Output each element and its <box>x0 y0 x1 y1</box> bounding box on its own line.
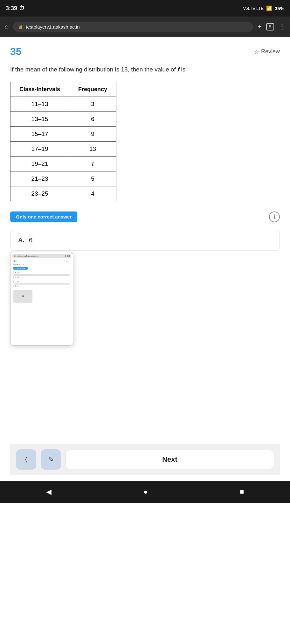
next-button[interactable]: Next <box>66 450 274 469</box>
frequency-5: f <box>69 156 116 171</box>
back-nav-button[interactable]: ◀ <box>37 485 60 499</box>
url-bar[interactable]: 🔒 testplayerv1.aakash.ac.in <box>13 22 253 32</box>
popup-lock-icon: 🔒 <box>14 255 16 257</box>
option-a[interactable]: A. 6 <box>10 230 280 251</box>
screenshot-popup: 🔒 testplayerv1.aakash.ac.in ⊕ i 34 ☆ rev… <box>10 252 73 345</box>
status-icon: ⏱ <box>19 5 25 12</box>
popup-tab-count: i <box>67 255 70 257</box>
frequency-1: 3 <box>69 97 116 111</box>
class-interval-1: 11–13 <box>10 97 69 111</box>
home-nav-button[interactable]: ● <box>135 485 156 499</box>
question-text-before: If the mean of the following distributio… <box>10 66 177 73</box>
table-row: 15–17 9 <box>10 126 116 141</box>
frequency-2: 6 <box>69 111 116 126</box>
frequency-table: Class-Intervals Frequency 11–13 3 13–15 … <box>10 82 116 201</box>
lte-icon: 📶 <box>266 5 272 11</box>
menu-button[interactable]: ⋮ <box>279 23 286 31</box>
popup-tab: ⊕ <box>65 255 66 257</box>
edit-button[interactable]: ✎ <box>41 449 61 470</box>
popup-opt-2: B. √3 <box>13 275 70 279</box>
frequency-6: 5 <box>69 171 116 186</box>
class-interval-2: 13–15 <box>10 111 69 126</box>
table-row: 19–21 f <box>10 156 116 171</box>
class-interval-4: 17–19 <box>10 141 69 156</box>
popup-browser-bar: 🔒 testplayerv1.aakash.ac.in ⊕ i <box>12 254 71 258</box>
frequency-7: 4 <box>69 186 116 201</box>
table-header-freq: Frequency <box>69 82 116 97</box>
question-text: If the mean of the following distributio… <box>10 65 280 74</box>
home-button[interactable]: ⌂ <box>4 23 9 31</box>
option-a-label: A. <box>18 237 24 244</box>
recents-nav-button[interactable]: ■ <box>231 485 253 499</box>
review-button[interactable]: ☆ Review <box>254 48 280 55</box>
battery-display: 35% <box>275 6 284 11</box>
frequency-3: 9 <box>69 126 116 141</box>
bottom-area: 🔒 testplayerv1.aakash.ac.in ⊕ i 34 ☆ rev… <box>10 252 280 475</box>
time-display: 3:39 <box>6 5 17 12</box>
table-row: 23–25 4 <box>10 186 116 201</box>
question-header: 35 ☆ Review <box>10 46 280 57</box>
tab-count[interactable]: 5 <box>266 23 274 30</box>
share-button[interactable]: 〈 <box>16 449 36 470</box>
popup-opt-4: D. 1 <box>13 284 70 288</box>
browser-bar: ⌂ 🔒 testplayerv1.aakash.ac.in + 5 ⋮ <box>0 17 290 37</box>
popup-nested-label: 📱 <box>22 295 24 297</box>
popup-nested-screenshot: 📱 <box>13 290 32 303</box>
popup-q-num: 34 <box>13 260 17 263</box>
table-row: 17–19 13 <box>10 141 116 156</box>
popup-q-text: Value of ... is <box>13 264 70 266</box>
status-bar: 3:39 ⏱ VoLTE LTE 📶 35% <box>0 0 290 17</box>
popup-review-mini: ☆ rev... <box>64 260 70 262</box>
answer-type-row: Only one correct answer ℹ <box>10 211 280 222</box>
class-interval-5: 19–21 <box>10 156 69 171</box>
frequency-4: 13 <box>69 141 116 156</box>
table-header-class: Class-Intervals <box>10 82 69 97</box>
signal-display: VoLTE LTE <box>243 6 264 11</box>
nav-bar: ◀ ● ■ <box>0 481 290 503</box>
question-text-after: is <box>179 66 185 73</box>
popup-content: 34 ☆ rev... Value of ... is Only one cor… <box>12 259 71 304</box>
option-a-value: 6 <box>29 237 32 244</box>
class-interval-6: 21–23 <box>10 171 69 186</box>
question-number: 35 <box>10 46 22 57</box>
table-row: 21–23 5 <box>10 171 116 186</box>
review-label: Review <box>261 48 280 55</box>
main-content: 35 ☆ Review If the mean of the following… <box>0 37 290 481</box>
answer-type-badge: Only one correct answer <box>10 211 77 222</box>
url-text: testplayerv1.aakash.ac.in <box>26 24 79 30</box>
info-icon[interactable]: ℹ <box>269 211 280 222</box>
class-interval-3: 15–17 <box>10 126 69 141</box>
popup-opt-3: C. ½ <box>13 280 70 284</box>
status-bar-right: VoLTE LTE 📶 35% <box>243 5 284 11</box>
table-row: 13–15 6 <box>10 111 116 126</box>
popup-badge: Only one correct <box>13 267 28 270</box>
status-bar-left: 3:39 ⏱ <box>6 5 25 12</box>
popup-url: testplayerv1.aakash.ac.in <box>17 255 38 257</box>
bottom-action-bar: 〈 ✎ Next <box>10 444 280 475</box>
lock-icon: 🔒 <box>18 24 23 29</box>
popup-opt-1: A. √3 <box>13 271 70 275</box>
popup-inner: 🔒 testplayerv1.aakash.ac.in ⊕ i 34 ☆ rev… <box>10 252 73 345</box>
add-tab-button[interactable]: + <box>258 23 262 31</box>
table-row: 11–13 3 <box>10 97 116 111</box>
star-icon: ☆ <box>254 48 259 55</box>
class-interval-7: 23–25 <box>10 186 69 201</box>
